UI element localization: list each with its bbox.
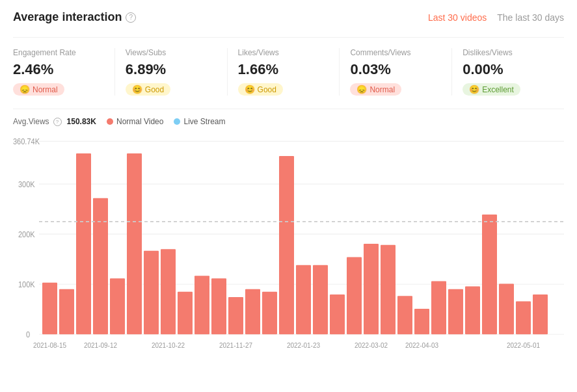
badge-dislikes: 😊 Excellent — [463, 83, 520, 96]
bar-20 — [381, 245, 396, 335]
bar-12 — [245, 289, 260, 335]
bar-8 — [178, 292, 193, 334]
bar-3 — [93, 198, 108, 335]
bar-4 — [110, 278, 125, 334]
x-label-6: 2022-04-03 — [405, 341, 438, 349]
bar-23 — [431, 281, 446, 334]
bar-2 — [76, 153, 91, 334]
bar-10 — [211, 278, 226, 334]
stat-label-dislikes: Dislikes/Views — [463, 48, 554, 57]
face-neutral-icon-2: 😊 — [245, 85, 255, 94]
stat-label-views-subs: Views/Subs — [126, 48, 217, 57]
x-label-4: 2022-01-23 — [287, 341, 320, 349]
stat-likes-views: Likes/Views 1.66% 😊 Good — [228, 48, 340, 96]
bar-22 — [414, 309, 429, 334]
stat-views-subs: Views/Subs 6.89% 😊 Good — [115, 48, 228, 96]
badge-label-comments: Normal — [369, 85, 395, 94]
stat-comments-views: Comments/Views 0.03% 😞 Normal — [340, 48, 452, 96]
legend-live-label: Live Stream — [183, 117, 225, 126]
x-label-7: 2022-05-01 — [507, 341, 540, 349]
legend-dot-blue — [174, 118, 180, 125]
legend-avg-views: Avg.Views ? 150.83K — [13, 117, 96, 126]
header-left: Average interaction ? — [13, 10, 136, 24]
bar-26 — [482, 215, 497, 334]
bar-21 — [397, 296, 412, 334]
bar-25 — [465, 287, 480, 335]
bar-0 — [42, 283, 57, 334]
bar-28 — [516, 302, 531, 335]
tab-last-30-videos[interactable]: Last 30 videos — [428, 12, 487, 23]
x-label-3: 2021-11-27 — [219, 341, 252, 349]
bar-14 — [279, 156, 294, 334]
badge-views-subs: 😊 Good — [126, 83, 170, 96]
bar-6 — [144, 251, 159, 335]
badge-likes-views: 😊 Good — [238, 83, 283, 96]
stat-label-engagement: Engagement Rate — [13, 48, 104, 57]
stat-value-comments: 0.03% — [350, 61, 441, 78]
bar-19 — [364, 244, 379, 334]
svg-text:0: 0 — [26, 330, 31, 339]
svg-text:100K: 100K — [18, 280, 35, 289]
tab-last-30-days[interactable]: The last 30 days — [497, 12, 564, 23]
avg-views-value: 150.83K — [67, 117, 96, 126]
x-label-1: 2021-09-12 — [84, 341, 117, 349]
stat-value-likes-views: 1.66% — [238, 61, 329, 78]
legend-normal-label: Normal Video — [116, 117, 163, 126]
svg-text:360.74K: 360.74K — [13, 137, 40, 146]
stat-dislikes-views: Dislikes/Views 0.00% 😊 Excellent — [452, 48, 564, 96]
chart-legend: Avg.Views ? 150.83K Normal Video Live St… — [13, 117, 564, 126]
page-title: Average interaction — [13, 10, 122, 24]
badge-label-views-subs: Good — [145, 85, 164, 94]
face-happy-icon: 😊 — [469, 85, 479, 94]
x-label-2: 2021-10-22 — [152, 341, 185, 349]
face-sad-icon-2: 😞 — [356, 85, 367, 94]
info-icon[interactable]: ? — [126, 12, 136, 23]
svg-text:200K: 200K — [18, 229, 35, 239]
face-sad-icon: 😞 — [20, 85, 30, 94]
avg-views-label: Avg.Views — [13, 117, 49, 126]
stat-value-dislikes: 0.00% — [463, 61, 554, 78]
svg-text:300K: 300K — [18, 179, 35, 189]
bar-16 — [313, 265, 328, 334]
bar-13 — [262, 292, 277, 334]
legend-normal-video: Normal Video — [107, 117, 163, 126]
badge-label-dislikes: Excellent — [482, 85, 514, 94]
bar-7 — [161, 249, 176, 334]
chart-container: Avg.Views ? 150.83K Normal Video Live St… — [13, 109, 564, 355]
chart-area: 360.74K 300K 200K 100K 0 2021-08-152021-… — [13, 134, 564, 355]
bar-29 — [533, 294, 548, 334]
bar-18 — [347, 257, 362, 335]
badge-label-likes-views: Good — [258, 85, 276, 94]
badge-engagement: 😞 Normal — [13, 83, 64, 96]
header-right: Last 30 videos The last 30 days — [428, 12, 564, 23]
page-container: Average interaction ? Last 30 videos The… — [0, 0, 577, 365]
stat-engagement-rate: Engagement Rate 2.46% 😞 Normal — [13, 48, 115, 96]
legend-live-stream: Live Stream — [174, 117, 225, 126]
stat-value-views-subs: 6.89% — [126, 61, 217, 78]
stat-label-comments: Comments/Views — [350, 48, 441, 57]
stat-label-likes-views: Likes/Views — [238, 48, 329, 57]
badge-label-engagement: Normal — [33, 85, 58, 94]
bar-11 — [228, 297, 243, 334]
stats-row: Engagement Rate 2.46% 😞 Normal Views/Sub… — [13, 37, 564, 96]
bar-9 — [195, 276, 209, 334]
bar-5 — [127, 153, 142, 334]
info-icon-chart: ? — [53, 118, 62, 126]
header: Average interaction ? Last 30 videos The… — [13, 10, 564, 24]
bar-27 — [499, 284, 514, 335]
stat-value-engagement: 2.46% — [13, 61, 104, 78]
badge-comments: 😞 Normal — [350, 83, 401, 96]
chart-svg: 360.74K 300K 200K 100K 0 2021-08-152021-… — [13, 134, 564, 355]
x-label-5: 2022-03-02 — [355, 341, 388, 349]
bar-1 — [59, 289, 74, 335]
x-label-0: 2021-08-15 — [33, 341, 66, 349]
bar-24 — [448, 289, 463, 335]
legend-dot-red — [107, 118, 113, 125]
face-neutral-icon-1: 😊 — [132, 85, 142, 94]
bar-15 — [296, 265, 311, 334]
bar-17 — [330, 294, 345, 334]
